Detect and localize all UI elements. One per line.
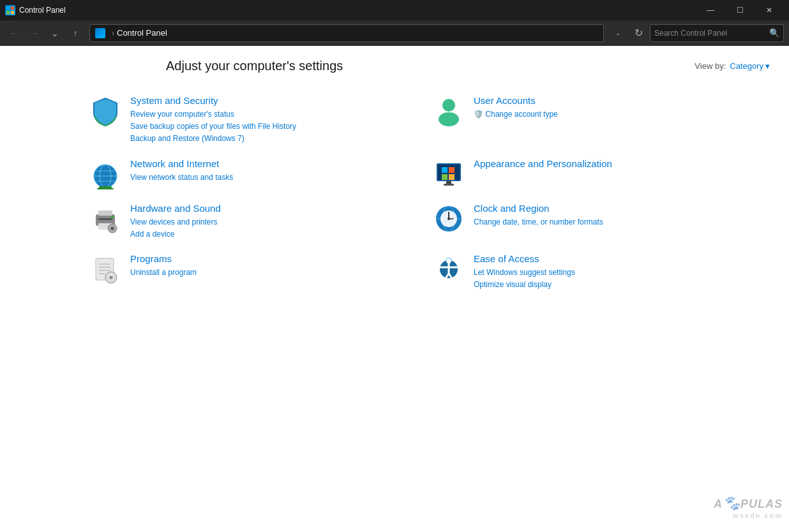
maximize-button[interactable]: ☐ [725, 0, 755, 20]
svg-point-42 [110, 276, 113, 279]
search-box[interactable]: Search Control Panel 🔍 [650, 24, 784, 42]
svg-rect-2 [6, 11, 10, 14]
svg-rect-16 [449, 167, 455, 173]
category-clock-region: Clock and Region Change date, time, or n… [426, 196, 770, 247]
refresh-button[interactable]: ↻ [629, 24, 647, 42]
category-network-internet: Network and Internet View network status… [83, 152, 426, 196]
system-security-icon [89, 95, 121, 127]
hardware-sound-link-2[interactable]: Add a device [130, 228, 414, 240]
title-bar-title: Control Panel [19, 6, 696, 15]
category-user-accounts: User Accounts 🛡️ Change account type [426, 89, 770, 152]
view-by-dropdown[interactable]: Category ▾ [730, 61, 770, 71]
programs-icon [89, 253, 121, 285]
appearance-icon [433, 158, 465, 190]
hardware-sound-title[interactable]: Hardware and Sound [130, 203, 414, 214]
back-button[interactable]: ← [5, 24, 23, 42]
system-security-content: System and Security Review your computer… [130, 95, 414, 145]
programs-title[interactable]: Programs [130, 253, 414, 264]
network-internet-icon [89, 158, 121, 190]
user-accounts-icon [433, 95, 465, 127]
svg-rect-15 [442, 167, 447, 173]
system-security-title[interactable]: System and Security [130, 95, 414, 106]
user-accounts-title[interactable]: User Accounts [474, 95, 757, 106]
category-appearance: Appearance and Personalization [426, 152, 770, 196]
clock-region-link-1[interactable]: Change date, time, or number formats [474, 216, 757, 228]
search-placeholder: Search Control Panel [654, 29, 769, 38]
page-title: Adjust your computer's settings [166, 59, 343, 73]
category-ease-of-access: Ease of Access Let Windows suggest setti… [426, 247, 770, 297]
ease-of-access-content: Ease of Access Let Windows suggest setti… [474, 253, 757, 291]
ease-of-access-link-1[interactable]: Let Windows suggest settings [474, 267, 757, 279]
svg-point-25 [111, 216, 114, 218]
user-accounts-link-1[interactable]: 🛡️ Change account type [474, 108, 757, 121]
address-bar: ← → ⌄ ↑ › Control Panel ⌄ ↻ Search Contr… [0, 20, 789, 46]
forward-button[interactable]: → [26, 24, 43, 42]
user-accounts-content: User Accounts 🛡️ Change account type [474, 95, 757, 121]
category-programs: Programs Uninstall a program [83, 247, 426, 297]
title-bar-controls: — ☐ ✕ [696, 0, 784, 20]
search-icon[interactable]: 🔍 [769, 28, 779, 38]
category-hardware-sound: Hardware and Sound View devices and prin… [83, 196, 426, 247]
system-security-link-2[interactable]: Save backup copies of your files with Fi… [130, 121, 414, 133]
appearance-title[interactable]: Appearance and Personalization [474, 158, 757, 169]
svg-rect-1 [11, 6, 14, 10]
page-header: Adjust your computer's settings View by:… [19, 59, 770, 73]
svg-rect-23 [98, 211, 112, 216]
svg-rect-20 [444, 184, 454, 186]
svg-rect-17 [442, 174, 447, 180]
svg-rect-0 [6, 6, 10, 10]
svg-rect-3 [11, 11, 14, 14]
address-separator: › [112, 29, 114, 38]
up-button[interactable]: ↑ [66, 24, 84, 42]
categories-grid: System and Security Review your computer… [19, 89, 770, 297]
ease-of-access-icon [433, 253, 465, 285]
address-path: Control Panel [117, 28, 167, 38]
close-button[interactable]: ✕ [755, 0, 784, 20]
network-internet-link-1[interactable]: View network status and tasks [130, 172, 414, 184]
programs-content: Programs Uninstall a program [130, 253, 414, 279]
hardware-sound-icon [89, 203, 121, 235]
svg-point-27 [111, 226, 114, 230]
view-by-container: View by: Category ▾ [695, 61, 770, 71]
hardware-sound-content: Hardware and Sound View devices and prin… [130, 203, 414, 240]
view-by-label: View by: [695, 61, 726, 71]
recent-locations-button[interactable]: ⌄ [46, 24, 64, 42]
address-bar-input[interactable]: › Control Panel [89, 24, 604, 42]
network-internet-content: Network and Internet View network status… [130, 158, 414, 184]
clock-region-content: Clock and Region Change date, time, or n… [474, 203, 757, 228]
appearance-content: Appearance and Personalization [474, 158, 757, 172]
programs-link-1[interactable]: Uninstall a program [130, 267, 414, 279]
svg-rect-18 [449, 174, 455, 180]
svg-point-4 [442, 99, 455, 112]
title-bar: Control Panel — ☐ ✕ [0, 0, 789, 20]
ease-of-access-link-2[interactable]: Optimize visual display [474, 279, 757, 291]
clock-region-title[interactable]: Clock and Region [474, 203, 757, 214]
main-content: Adjust your computer's settings View by:… [0, 46, 789, 532]
hardware-sound-link-1[interactable]: View devices and printers [130, 216, 414, 228]
clock-region-icon [433, 203, 465, 235]
system-security-link-3[interactable]: Backup and Restore (Windows 7) [130, 133, 414, 145]
svg-point-5 [439, 112, 459, 126]
address-dropdown-button[interactable]: ⌄ [609, 24, 627, 42]
network-internet-title[interactable]: Network and Internet [130, 158, 414, 169]
ease-of-access-title[interactable]: Ease of Access [474, 253, 757, 264]
address-icon [95, 28, 105, 38]
title-bar-icon [5, 5, 15, 15]
svg-rect-22 [98, 218, 112, 220]
svg-rect-12 [97, 188, 114, 189]
category-system-security: System and Security Review your computer… [83, 89, 426, 152]
system-security-link-1[interactable]: Review your computer's status [130, 108, 414, 121]
minimize-button[interactable]: — [696, 0, 725, 20]
